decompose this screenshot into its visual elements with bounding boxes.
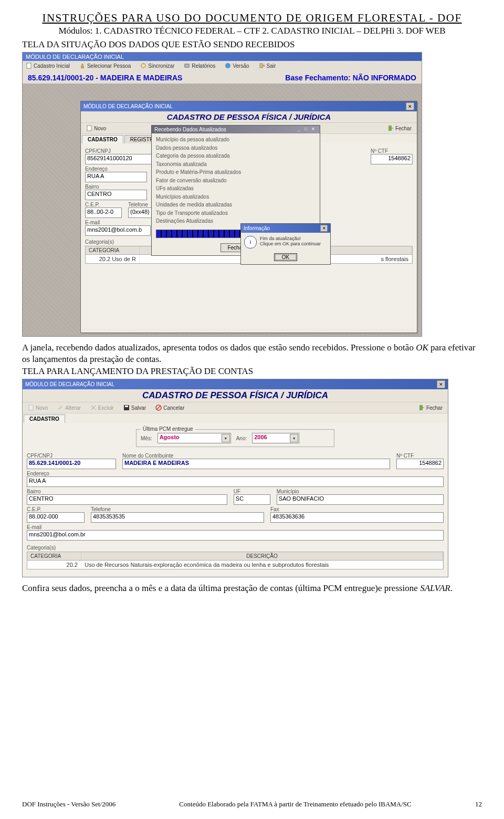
fax-field[interactable]: 4835363636	[270, 512, 444, 523]
col-categoria: CATEGORIA	[86, 246, 140, 254]
cancel-icon	[155, 405, 162, 411]
svg-rect-13	[419, 405, 423, 410]
svg-rect-4	[185, 64, 189, 67]
endereco-field[interactable]: RUA A	[27, 476, 444, 487]
status-line: Taxonomia atualizada	[156, 160, 316, 169]
informacao-dialog: Informação ✕ i Fim da atualização! Cliqu…	[240, 223, 331, 265]
ctf-field[interactable]: 1548862	[396, 459, 444, 469]
menu-relatorios[interactable]: Relatórios	[184, 63, 215, 69]
cadastro2-titlebar: MÓDULO DE DECLARAÇÃO INICIAL ✕	[23, 379, 448, 389]
municipio-field[interactable]: SAO BONIFACIO	[277, 494, 444, 505]
page-icon	[26, 63, 32, 69]
label-cpf: CPF/CNPJ	[27, 453, 116, 459]
cat-code: 20.2 Uso de R	[86, 255, 140, 263]
novo-button[interactable]: Novo	[86, 125, 106, 131]
svg-rect-0	[27, 63, 31, 68]
person-icon	[79, 63, 86, 69]
label-email: E-mail	[85, 220, 151, 225]
cpf-field[interactable]: 85.629.141/0001-20	[27, 459, 116, 469]
sync-icon	[140, 63, 146, 69]
status-line: Município da pessoa atualizado	[156, 136, 316, 144]
label-fax: Fax	[270, 506, 444, 512]
status-line: Categoria da pessoa atualizada	[156, 152, 316, 160]
uf-field[interactable]: SC	[234, 494, 270, 505]
menu-cadastro-inicial[interactable]: Cadastro Inicial	[26, 63, 70, 69]
close-icon[interactable]: ✕	[311, 127, 317, 132]
modules-line: Módulos: 1. CADASTRO TÉCNICO FEDERAL – C…	[22, 26, 482, 36]
menu-versao[interactable]: Versão	[225, 63, 249, 69]
footer-center: Conteúdo Elaborado pela FATMA à partir d…	[179, 800, 411, 808]
svg-point-1	[81, 64, 83, 66]
svg-rect-7	[87, 126, 91, 131]
menu-selecionar-pessoa[interactable]: Selecionar Pessoa	[79, 63, 131, 69]
endereco-field[interactable]: RUA A	[85, 172, 147, 182]
label-cep: C.E.P.	[85, 202, 122, 208]
bairro-field[interactable]: CENTRO	[27, 494, 227, 505]
new-icon	[86, 125, 92, 131]
close-icon[interactable]: ✕	[437, 380, 445, 388]
print-icon	[184, 63, 190, 69]
menu-sair[interactable]: Sair	[259, 63, 276, 69]
cadastro2-form: Última PCM entregue Mês: Agosto ▼ Ano: 2…	[23, 423, 448, 577]
tab-cadastro[interactable]: CADASTRO	[24, 414, 65, 423]
telefone-field[interactable]: 4835353535	[91, 512, 264, 523]
base-fechamento: Base Fechamento: NÃO INFORMADO	[285, 74, 416, 82]
status-line: Produto e Matéria-Prima atualizados	[156, 168, 316, 177]
section2-label: TELA PARA LANÇAMENTO DA PRESTAÇÃO DE CON…	[22, 366, 482, 377]
exit-icon	[259, 63, 265, 69]
salvar-button[interactable]: Salvar	[123, 405, 146, 411]
label-cep: C.E.P.	[27, 506, 85, 512]
email-field[interactable]: mns2001@bol.com.b	[85, 225, 151, 236]
fechar-button[interactable]: Fechar	[387, 125, 412, 131]
info-line2: Clique em OK para continuar	[260, 241, 321, 246]
page-title: INSTRUÇÕES PARA USO DO DOCUMENTO DE ORIG…	[22, 12, 482, 25]
info-title: Informação	[244, 225, 270, 231]
email-field[interactable]: mns2001@bol.com.br	[27, 530, 444, 541]
new-icon	[28, 405, 34, 411]
cep-field[interactable]: 88.002-000	[27, 512, 85, 523]
para1: A janela, recebendo dados atualizados, a…	[22, 342, 482, 365]
label-ctf: Nº CTF	[396, 453, 444, 459]
maximize-icon[interactable]: □	[304, 127, 310, 132]
bairro-field[interactable]: CENTRO	[85, 190, 147, 200]
status-line: Dados pessoa atualizados	[156, 144, 316, 152]
ctf-field[interactable]: 1548862	[371, 154, 413, 164]
ok-button[interactable]: OK	[274, 253, 297, 261]
app-menu: Cadastro Inicial Selecionar Pessoa Sincr…	[23, 61, 422, 70]
status-line: UFs atualizadas	[156, 184, 316, 193]
footer-right: 12	[475, 800, 482, 808]
svg-point-5	[225, 63, 230, 68]
cep-field[interactable]: 88..00-2-0	[85, 208, 122, 218]
status-line: Tipo de Transporte atualizados	[156, 209, 316, 217]
close-icon[interactable]: ✕	[320, 225, 328, 232]
chevron-down-icon[interactable]: ▼	[222, 434, 230, 442]
footer-left: DOF Instruções - Versão Set/2006	[22, 800, 116, 808]
tab-cadastro[interactable]: CADASTRO	[82, 135, 123, 143]
cancelar-button[interactable]: Cancelar	[155, 405, 184, 411]
status-line: Fator de conversão atualizado	[156, 177, 316, 185]
label-telefone: Telefone	[91, 506, 264, 512]
fechar-button[interactable]: Fechar	[418, 405, 443, 411]
info-icon	[225, 63, 231, 69]
cat-code: 20.2	[27, 561, 81, 569]
label-categorias: Categoria(s)	[27, 545, 444, 551]
label-endereco: Endereço	[27, 471, 444, 476]
svg-rect-6	[260, 64, 262, 68]
nome-field[interactable]: MADEIRA E MADEIRAS	[122, 459, 390, 469]
close-icon[interactable]: ✕	[406, 102, 414, 110]
minimize-icon[interactable]: _	[298, 127, 303, 132]
label-nome: Nome do Contribuinte	[122, 453, 390, 459]
status-titlebar: Recebendo Dados Atualizados _ □ ✕	[152, 126, 320, 133]
label-ctf: Nº CTF	[371, 148, 413, 154]
status-body: Município da pessoa atualizado Dados pes…	[152, 133, 320, 227]
save-icon	[123, 405, 130, 411]
label-ano: Ano:	[236, 436, 247, 441]
status-line: Unidades de medida atualizadas	[156, 201, 316, 209]
menu-sincronizar[interactable]: Sincronizar	[140, 63, 174, 69]
fieldset-legend: Última PCM entregue	[141, 426, 195, 432]
svg-rect-2	[81, 66, 84, 68]
edit-icon	[57, 405, 64, 411]
chevron-down-icon[interactable]: ▼	[290, 434, 298, 442]
door-exit-icon	[387, 125, 394, 131]
mes-dropdown[interactable]: Agosto	[158, 433, 231, 443]
